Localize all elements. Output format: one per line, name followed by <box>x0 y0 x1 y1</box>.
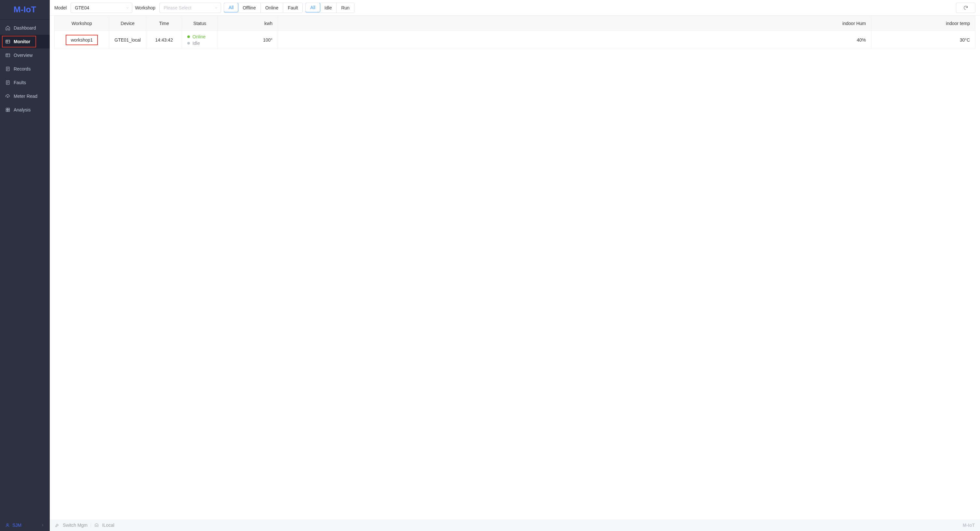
refresh-icon <box>963 5 968 10</box>
refresh-button[interactable] <box>956 3 975 13</box>
table-icon <box>5 53 10 58</box>
th-workshop: Workshop <box>55 16 109 31</box>
footer-status-bar: Switch Mgm ILocal M-IoT <box>50 519 980 531</box>
model-label: Model <box>54 5 67 10</box>
th-indoor-temp: indoor temp <box>872 16 975 31</box>
main: Model GTE04 Workshop Please Select All O… <box>50 0 980 519</box>
filter-run[interactable]: Run <box>337 3 354 13</box>
cloud-download-icon <box>5 94 10 99</box>
filter-fault[interactable]: Fault <box>283 3 302 13</box>
document-icon <box>5 80 10 85</box>
sidebar-item-overview[interactable]: Overview <box>0 48 50 62</box>
sidebar-item-label: Overview <box>14 53 32 58</box>
wrench-icon <box>55 523 59 528</box>
th-status: Status <box>182 16 218 31</box>
status-idle-label: Idle <box>192 41 200 46</box>
location-label: ILocal <box>102 523 114 528</box>
sidebar-item-analysis[interactable]: Analysis <box>0 103 50 117</box>
footer: SJM Switch Mgm ILocal M-IoT <box>0 519 980 531</box>
filter-offline[interactable]: Offline <box>238 3 261 13</box>
grid-icon <box>5 107 10 113</box>
logo-text: M-IoT <box>14 5 36 14</box>
filter-online[interactable]: Online <box>261 3 283 13</box>
sidebar-item-label: Faults <box>14 80 26 85</box>
svg-rect-4 <box>6 108 8 110</box>
sidebar: M-IoT Dashboard Monitor Overview <box>0 0 50 519</box>
sidebar-item-label: Dashboard <box>14 25 36 30</box>
run-filter-group: All Idle Run <box>305 3 355 13</box>
svg-rect-6 <box>6 110 8 112</box>
table-row[interactable]: workshop1 GTE01_local 14:43:42 Online I <box>55 31 975 49</box>
cell-time: 14:43:42 <box>146 31 182 49</box>
svg-rect-5 <box>8 108 10 110</box>
model-select[interactable]: GTE04 <box>70 3 132 13</box>
sidebar-item-meter-read[interactable]: Meter Read <box>0 89 50 103</box>
footer-brand: M-IoT <box>963 523 975 528</box>
chevron-down-icon <box>126 6 129 10</box>
cell-kwh: 100° <box>218 31 278 49</box>
sidebar-item-dashboard[interactable]: Dashboard <box>0 21 50 35</box>
workshop-label: Workshop <box>135 5 156 10</box>
cell-device: GTE01_local <box>109 31 146 49</box>
svg-rect-7 <box>8 110 10 112</box>
svg-point-8 <box>7 523 8 525</box>
logo: M-IoT <box>0 0 50 19</box>
home-icon <box>5 25 10 30</box>
sidebar-item-label: Meter Read <box>14 94 37 99</box>
th-kwh: kwh <box>218 16 278 31</box>
workshop-link[interactable]: workshop1 <box>66 35 98 45</box>
nav: Dashboard Monitor Overview Records <box>0 19 50 519</box>
table-icon <box>5 39 10 44</box>
sidebar-item-label: Monitor <box>14 39 30 44</box>
switch-mgm-link[interactable]: Switch Mgm <box>63 523 88 528</box>
footer-user-section[interactable]: SJM <box>0 519 50 531</box>
status-dot-idle-icon <box>187 42 190 44</box>
divider <box>91 523 91 528</box>
user-icon <box>5 523 10 528</box>
cell-indoor-hum: 40% <box>278 31 871 49</box>
building-icon <box>94 523 99 528</box>
sidebar-item-monitor[interactable]: Monitor <box>0 35 50 48</box>
sidebar-item-records[interactable]: Records <box>0 62 50 76</box>
sidebar-item-faults[interactable]: Faults <box>0 76 50 89</box>
workshop-placeholder: Please Select <box>164 5 191 10</box>
status-filter-group: All Offline Online Fault <box>224 3 303 13</box>
chevron-right-icon <box>41 523 45 527</box>
cell-status: Online Idle <box>182 31 218 49</box>
status-dot-online-icon <box>187 35 190 38</box>
cell-workshop: workshop1 <box>55 31 109 49</box>
th-time: Time <box>146 16 182 31</box>
filter-all[interactable]: All <box>224 3 239 12</box>
svg-rect-0 <box>6 40 10 43</box>
toolbar: Model GTE04 Workshop Please Select All O… <box>50 0 980 16</box>
document-icon <box>5 66 10 71</box>
sidebar-item-label: Records <box>14 66 30 71</box>
svg-rect-1 <box>6 54 10 57</box>
filter-all-2[interactable]: All <box>305 3 320 12</box>
filter-idle[interactable]: Idle <box>320 3 337 13</box>
user-name: SJM <box>12 523 21 528</box>
status-online-label: Online <box>192 34 205 39</box>
th-indoor-hum: indoor Hum <box>278 16 871 31</box>
table-container: Workshop Device Time Status kwh indoor H… <box>50 16 980 519</box>
th-device: Device <box>109 16 146 31</box>
model-value: GTE04 <box>75 5 89 10</box>
monitor-table: Workshop Device Time Status kwh indoor H… <box>54 16 975 49</box>
workshop-select[interactable]: Please Select <box>159 3 221 13</box>
cell-indoor-temp: 30°C <box>872 31 975 49</box>
sidebar-item-label: Analysis <box>14 107 30 113</box>
chevron-down-icon <box>214 6 218 10</box>
